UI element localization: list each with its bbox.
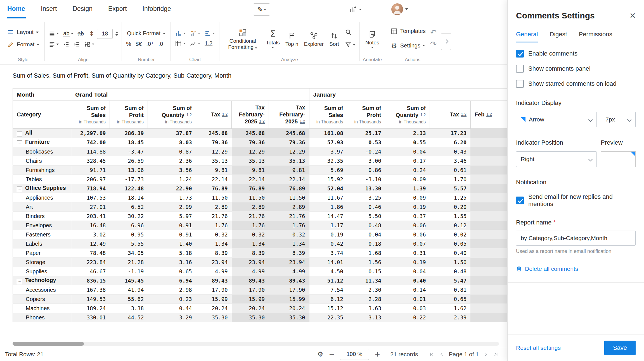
horizontal-scrollbar[interactable]: [13, 342, 499, 346]
pivot-cell[interactable]: 6.20: [430, 138, 470, 147]
pivot-cell[interactable]: 206.97: [71, 175, 110, 184]
pivot-cell[interactable]: 245.68: [269, 129, 309, 138]
pivot-cell[interactable]: 4.99: [269, 267, 309, 276]
pivot-cell[interactable]: 114.88: [71, 147, 110, 156]
pivot-cell[interactable]: 11.50: [232, 193, 269, 202]
last-page-button[interactable]: [493, 351, 499, 357]
totals-button[interactable]: Σ Totals: [264, 28, 282, 49]
pivot-cell[interactable]: 22.90: [148, 184, 196, 193]
pivot-cell[interactable]: 0.15: [347, 267, 385, 276]
pivot-cell[interactable]: 76.89: [269, 184, 309, 193]
pivot-cell[interactable]: 836.15: [71, 276, 110, 285]
pivot-cell[interactable]: 35.30: [269, 313, 309, 322]
pivot-cell[interactable]: 0.14: [385, 285, 430, 295]
pivot-cell[interactable]: 2,297.09: [71, 129, 110, 138]
pivot-cell[interactable]: [470, 230, 507, 239]
menu-item-home[interactable]: Home: [7, 0, 26, 18]
row-label[interactable]: Envelopes: [13, 221, 71, 230]
edit-mode-button[interactable]: ✎: [253, 3, 270, 16]
line-chart-button[interactable]: [189, 39, 201, 48]
pivot-cell[interactable]: 1.76: [196, 221, 232, 230]
zoom-in-button[interactable]: +: [375, 351, 380, 358]
pivot-cell[interactable]: [470, 276, 507, 285]
pivot-cell[interactable]: 1.76: [269, 221, 309, 230]
align-justify-button[interactable]: [48, 30, 60, 38]
pivot-cell[interactable]: 2.89: [269, 202, 309, 212]
pivot-cell[interactable]: 35.13: [269, 156, 309, 166]
pivot-cell[interactable]: 32.35: [309, 156, 347, 166]
pivot-cell[interactable]: 9.81: [196, 166, 232, 175]
row-label[interactable]: Chairs: [13, 156, 71, 166]
pivot-cell[interactable]: 15.99: [232, 295, 269, 304]
pivot-cell[interactable]: 78.48: [71, 248, 110, 258]
row-label[interactable]: −Office Supplies: [13, 184, 71, 193]
row-label[interactable]: −Technology: [13, 276, 71, 285]
pivot-cell[interactable]: 13.06: [110, 166, 148, 175]
scrollbar-thumb[interactable]: [13, 342, 84, 346]
row-label[interactable]: −Furniture: [13, 138, 71, 147]
pivot-cell[interactable]: 21.76: [269, 212, 309, 221]
column-chart-button[interactable]: [174, 29, 186, 38]
pivot-cell[interactable]: [470, 313, 507, 322]
filter-button[interactable]: [344, 41, 356, 49]
tab-digest[interactable]: Digest: [550, 31, 567, 42]
pivot-cell[interactable]: 167.38: [71, 285, 110, 295]
user-avatar-button[interactable]: [391, 3, 408, 15]
pivot-column-header[interactable]: Sum of Profitin Thousands: [110, 101, 148, 129]
checkbox-row-show-comments-panel[interactable]: Show comments panel: [516, 65, 636, 73]
row-label[interactable]: Supplies: [13, 267, 71, 276]
pivot-cell[interactable]: 89.43: [269, 276, 309, 285]
row-label[interactable]: Machines: [13, 304, 71, 313]
pivot-corner-category[interactable]: Category: [13, 101, 71, 129]
pivot-column-header[interactable]: Tax February-20251.2: [269, 101, 309, 129]
pivot-cell[interactable]: 0.05: [430, 239, 470, 248]
pivot-cell[interactable]: 107.53: [71, 193, 110, 202]
collapse-icon[interactable]: −: [17, 131, 22, 137]
pivot-cell[interactable]: 328.45: [71, 156, 110, 166]
pivot-cell[interactable]: 11.50: [196, 193, 232, 202]
pivot-cell[interactable]: 6.52: [110, 202, 148, 212]
pivot-cell[interactable]: 5.50: [347, 212, 385, 221]
pivot-cell[interactable]: [470, 129, 507, 138]
pivot-cell[interactable]: 1.17: [309, 221, 347, 230]
pivot-cell[interactable]: 0.43: [430, 147, 470, 156]
pivot-cell[interactable]: 1.70: [430, 175, 470, 184]
pivot-cell[interactable]: 6.12: [309, 295, 347, 304]
pivot-column-header[interactable]: Tax1.2: [196, 101, 232, 129]
pivot-cell[interactable]: 245.68: [196, 129, 232, 138]
pivot-cell[interactable]: 145.45: [110, 276, 148, 285]
pivot-cell[interactable]: 1.34: [232, 239, 269, 248]
pivot-cell[interactable]: 5.18: [148, 248, 196, 258]
pivot-cell[interactable]: 0.23: [148, 295, 196, 304]
pivot-cell[interactable]: 15.99: [269, 295, 309, 304]
pivot-cell[interactable]: 35.30: [232, 313, 269, 322]
pivot-cell[interactable]: 286.39: [110, 129, 148, 138]
pivot-cell[interactable]: 0.61: [430, 166, 470, 175]
pivot-cell[interactable]: 0.07: [385, 239, 430, 248]
pivot-cell[interactable]: 0.44: [148, 304, 196, 313]
pivot-cell[interactable]: 22.14: [232, 175, 269, 184]
pivot-column-header[interactable]: Sum of Salesin Thousands: [71, 101, 110, 129]
pivot-cell[interactable]: 13.30: [347, 184, 385, 193]
zoom-level-input[interactable]: 100 %: [340, 349, 369, 360]
conditional-formatting-button[interactable]: Conditional Formatting: [223, 26, 262, 51]
pivot-cell[interactable]: 55.62: [110, 295, 148, 304]
pivot-cell[interactable]: [470, 295, 507, 304]
menu-item-insert[interactable]: Insert: [40, 0, 58, 18]
pivot-cell[interactable]: 1.34: [269, 239, 309, 248]
increase-decimal-button[interactable]: .0⁺: [145, 40, 155, 48]
pivot-column-header[interactable]: Tax1.2: [430, 101, 470, 129]
pivot-cell[interactable]: 1.25: [430, 193, 470, 202]
pivot-cell[interactable]: 161.08: [309, 129, 347, 138]
save-button[interactable]: Save: [604, 341, 636, 355]
pivot-cell[interactable]: 2.99: [148, 202, 196, 212]
pivot-cell[interactable]: [470, 258, 507, 267]
pivot-cell[interactable]: 0.06: [385, 221, 430, 230]
pivot-cell[interactable]: 30.22: [110, 212, 148, 221]
pivot-cell[interactable]: 20.24: [196, 304, 232, 313]
pivot-cell[interactable]: 1.40: [148, 239, 196, 248]
pivot-cell[interactable]: [470, 248, 507, 258]
pivot-cell[interactable]: [470, 221, 507, 230]
pivot-cell[interactable]: 0.91: [148, 230, 196, 239]
pivot-cell[interactable]: 79.36: [232, 138, 269, 147]
